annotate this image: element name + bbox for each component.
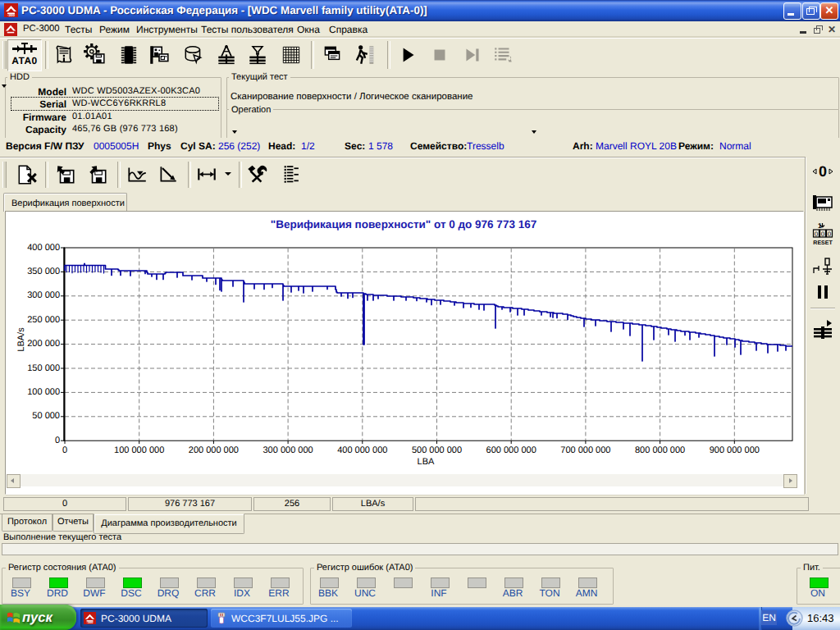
svg-text:0: 0 [828, 231, 832, 238]
svg-text:0: 0 [819, 163, 827, 180]
svg-text:0: 0 [821, 231, 825, 238]
svg-text:-300: -300 [87, 621, 94, 624]
svg-text:0: 0 [815, 231, 819, 238]
svg-text:RESET: RESET [813, 240, 833, 246]
